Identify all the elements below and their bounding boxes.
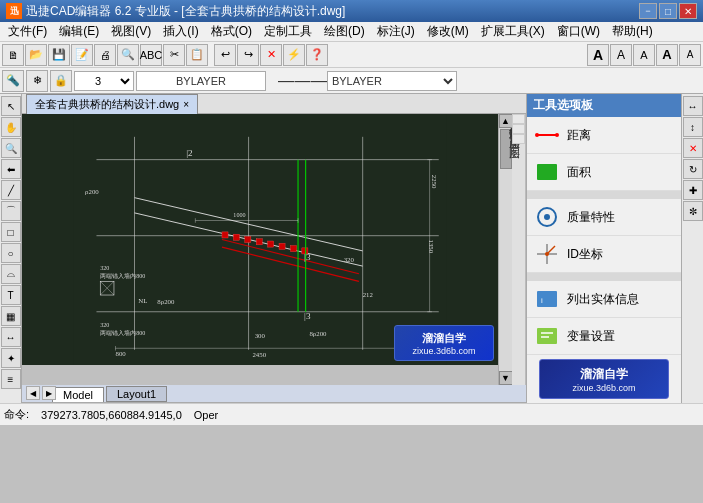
pick-tool[interactable]: ↖ <box>1 96 21 116</box>
new-button[interactable]: 🗎 <box>2 44 24 66</box>
panel-item-var[interactable]: 变量设置 <box>527 318 681 355</box>
layer-tool[interactable]: ≡ <box>1 369 21 389</box>
menu-view[interactable]: 视图(V) <box>105 21 157 42</box>
scrollbar-track[interactable] <box>499 128 513 371</box>
bylayer-select[interactable]: BYLAYER <box>327 71 457 91</box>
text-a5-button[interactable]: A <box>679 44 701 66</box>
redo-button[interactable]: ↪ <box>237 44 259 66</box>
menu-file[interactable]: 文件(F) <box>2 21 53 42</box>
help-button[interactable]: ❓ <box>306 44 328 66</box>
vert-label-3[interactable]: 图层 <box>512 134 525 144</box>
rect-tool[interactable]: □ <box>1 222 21 242</box>
text-a2-button[interactable]: A <box>610 44 632 66</box>
menu-help[interactable]: 帮助(H) <box>606 21 659 42</box>
paste-button[interactable]: 📋 <box>186 44 208 66</box>
svg-text:800: 800 <box>115 350 126 357</box>
layer-name-input[interactable] <box>136 71 266 91</box>
right-btn-4[interactable]: ↻ <box>683 159 703 179</box>
panel-item-mass[interactable]: 质量特性 <box>527 199 681 236</box>
ad-url: zixue.3d6b.com <box>412 346 475 356</box>
menu-modify[interactable]: 修改(M) <box>421 21 475 42</box>
menu-window[interactable]: 窗口(W) <box>551 21 606 42</box>
title-bar: 迅 迅捷CAD编辑器 6.2 专业版 - [全套古典拱桥的结构设计.dwg] －… <box>0 0 703 22</box>
tab-close-button[interactable]: × <box>183 99 189 110</box>
layer-lock-button[interactable]: 🔒 <box>50 70 72 92</box>
copy-button[interactable]: ✂ <box>163 44 185 66</box>
snap-tool[interactable]: ✦ <box>1 348 21 368</box>
polyline-tool[interactable]: ⌒ <box>1 201 21 221</box>
panel-item-area[interactable]: 面积 <box>527 154 681 191</box>
menu-insert[interactable]: 插入(I) <box>157 21 204 42</box>
pan-tool[interactable]: ✋ <box>1 117 21 137</box>
panel-ad-url: zixue.3d6b.com <box>572 383 635 393</box>
layer-number-select[interactable]: 3 <box>74 71 134 91</box>
panel-item-id[interactable]: ID坐标 <box>527 236 681 273</box>
menu-ext[interactable]: 扩展工具(X) <box>475 21 551 42</box>
menu-edit[interactable]: 编辑(E) <box>53 21 105 42</box>
zoom-prev[interactable]: ⬅ <box>1 159 21 179</box>
preview-button[interactable]: 🔍 <box>117 44 139 66</box>
model-tab[interactable]: Model <box>52 387 104 402</box>
spell-button[interactable]: ABC <box>140 44 162 66</box>
var-svg <box>535 326 559 346</box>
svg-text:1000: 1000 <box>233 212 245 218</box>
menu-dim[interactable]: 标注(J) <box>371 21 421 42</box>
model-tabs: ◀ ▶ Model Layout1 <box>22 385 526 403</box>
menu-format[interactable]: 格式(O) <box>205 21 258 42</box>
text-tool[interactable]: T <box>1 285 21 305</box>
delete-button[interactable]: ✕ <box>260 44 282 66</box>
vert-label-2[interactable]: 屋面层 <box>512 124 525 134</box>
undo-button[interactable]: ↩ <box>214 44 236 66</box>
scroll-up-button[interactable]: ▲ <box>499 114 513 128</box>
text-a4-button[interactable]: A <box>656 44 678 66</box>
vert-label-1[interactable]: 规范钢筋层 <box>512 114 525 124</box>
scrollbar-thumb[interactable] <box>500 129 512 169</box>
right-btn-6[interactable]: ✼ <box>683 201 703 221</box>
svg-text:|2: |2 <box>186 148 193 158</box>
menu-tools[interactable]: 定制工具 <box>258 21 318 42</box>
svg-rect-11 <box>245 236 251 242</box>
right-btn-1[interactable]: ↔ <box>683 96 703 116</box>
open-button[interactable]: 📂 <box>25 44 47 66</box>
save-button[interactable]: 💾 <box>48 44 70 66</box>
ad-banner[interactable]: 溜溜自学 zixue.3d6b.com <box>394 325 494 361</box>
right-panel-header: 工具选项板 <box>527 94 681 117</box>
close-button[interactable]: ✕ <box>679 3 697 19</box>
panel-item-list[interactable]: i 列出实体信息 <box>527 281 681 318</box>
panel-ad-title: 溜溜自学 <box>580 366 628 383</box>
scroll-down-button[interactable]: ▼ <box>499 371 513 385</box>
right-btn-3[interactable]: ✕ <box>683 138 703 158</box>
layout1-tab[interactable]: Layout1 <box>106 386 167 402</box>
text-a3-button[interactable]: A <box>633 44 655 66</box>
drawing-tab[interactable]: 全套古典拱桥的结构设计.dwg × <box>26 94 198 114</box>
menu-draw[interactable]: 绘图(D) <box>318 21 371 42</box>
line-tool[interactable]: ╱ <box>1 180 21 200</box>
svg-text:2450: 2450 <box>252 351 266 358</box>
svg-point-54 <box>555 133 559 137</box>
right-btn-5[interactable]: ✚ <box>683 180 703 200</box>
svg-rect-9 <box>222 232 228 238</box>
minimize-button[interactable]: － <box>639 3 657 19</box>
prev-tab-button[interactable]: ◀ <box>26 386 40 400</box>
left-toolbar: ↖ ✋ 🔍 ⬅ ╱ ⌒ □ ○ ⌓ T ▦ ↔ ✦ ≡ <box>0 94 22 403</box>
arc-tool[interactable]: ⌓ <box>1 264 21 284</box>
panel-ad-banner[interactable]: 溜溜自学 zixue.3d6b.com <box>539 359 669 399</box>
layer-freeze-button[interactable]: ❄ <box>26 70 48 92</box>
draw-row: ρ200 |2 320 320 两端锚入墙内800 NL 8 <box>22 114 526 385</box>
hatch-tool[interactable]: ▦ <box>1 306 21 326</box>
circle-tool[interactable]: ○ <box>1 243 21 263</box>
right-btn-2[interactable]: ↕ <box>683 117 703 137</box>
dim-tool[interactable]: ↔ <box>1 327 21 347</box>
svg-text:|3: |3 <box>304 252 311 262</box>
text-a1-button[interactable]: A <box>587 44 609 66</box>
restore-button[interactable]: □ <box>659 3 677 19</box>
svg-text:320: 320 <box>344 256 355 263</box>
layer-on-button[interactable]: 🔦 <box>2 70 24 92</box>
zoom-tool[interactable]: 🔍 <box>1 138 21 158</box>
canvas-area[interactable]: ρ200 |2 320 320 两端锚入墙内800 NL 8 <box>22 114 498 365</box>
explode-button[interactable]: ⚡ <box>283 44 305 66</box>
saveas-button[interactable]: 📝 <box>71 44 93 66</box>
print-button[interactable]: 🖨 <box>94 44 116 66</box>
panel-item-distance[interactable]: 距离 <box>527 117 681 154</box>
next-tab-button[interactable]: ▶ <box>42 386 56 400</box>
